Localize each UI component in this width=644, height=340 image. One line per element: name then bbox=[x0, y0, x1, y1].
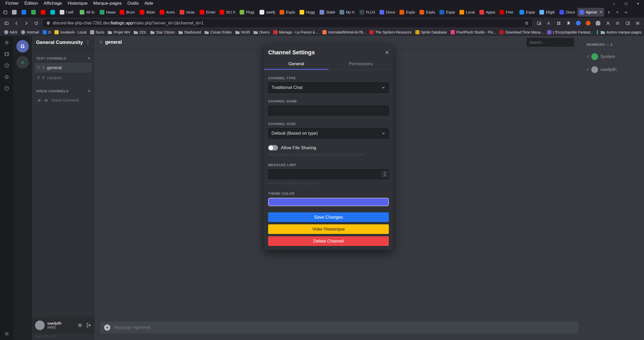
bookmark-item[interactable]: Divers bbox=[252, 29, 271, 35]
sidebar-panel-icon[interactable] bbox=[623, 19, 632, 27]
library-icon[interactable] bbox=[613, 19, 622, 27]
voice-channel-item[interactable]: Voice General bbox=[35, 96, 92, 105]
maximize-icon[interactable]: □ bbox=[620, 0, 632, 7]
palette-icon[interactable] bbox=[4, 86, 9, 91]
bookmark-item[interactable]: Download Time Mana... bbox=[498, 29, 545, 35]
search-input[interactable] bbox=[527, 38, 574, 47]
save-changes-button[interactable]: Save Changes bbox=[268, 212, 389, 222]
browser-tab[interactable]: Eligib bbox=[537, 8, 557, 17]
bookmark-item[interactable]: mistralai/Mixtral-8x7B... bbox=[321, 29, 367, 35]
message-input[interactable] bbox=[114, 325, 574, 330]
bookmark-item[interactable]: Star Citizen bbox=[149, 29, 176, 35]
reload-icon[interactable] bbox=[32, 19, 40, 27]
account-icon[interactable] bbox=[604, 19, 612, 27]
list-tabs-icon[interactable] bbox=[622, 8, 630, 16]
browser-tab[interactable]: Explo bbox=[277, 8, 297, 17]
browser-tab[interactable]: Explo bbox=[397, 8, 417, 17]
bookmark-item[interactable]: Starbound bbox=[177, 29, 203, 35]
menu-item[interactable]: Marque-pages bbox=[90, 0, 125, 7]
tab-scroll-right-icon[interactable] bbox=[605, 8, 613, 16]
browser-tab[interactable]: SCI R bbox=[218, 8, 237, 17]
extension-ghost-icon[interactable] bbox=[594, 19, 602, 27]
delete-channel-button[interactable]: Delete Channel bbox=[268, 236, 389, 246]
address-bar[interactable]: discord-like-php-chat-7262.dev.flatlogic… bbox=[43, 19, 532, 27]
bookmark-item[interactable]: InvokeAI - Local bbox=[53, 29, 88, 35]
bookmark-item[interactable]: html5 bbox=[234, 29, 252, 35]
server-avatar[interactable]: G bbox=[16, 40, 29, 53]
pinned-tab[interactable] bbox=[10, 8, 19, 17]
logout-icon[interactable] bbox=[86, 323, 91, 328]
settings-gear-icon[interactable] bbox=[4, 40, 9, 45]
settings-gear-icon[interactable] bbox=[4, 331, 9, 336]
star-icon[interactable] bbox=[4, 74, 9, 80]
browser-tab[interactable]: Espace ab bbox=[517, 8, 537, 17]
menu-hamburger-icon[interactable] bbox=[633, 19, 642, 27]
browser-tab[interactable]: Emie0 bbox=[198, 8, 217, 17]
channel-item[interactable]: # # general bbox=[35, 63, 92, 73]
number-spinner[interactable] bbox=[382, 171, 388, 177]
bookmark-item[interactable]: La connexion Wifi et E... bbox=[595, 29, 598, 35]
bookmark-item[interactable]: Projet WH bbox=[106, 29, 132, 35]
attach-plus-icon[interactable]: + bbox=[104, 324, 110, 331]
firefox-view-icon[interactable] bbox=[1, 8, 9, 16]
server-menu-icon[interactable]: ⋮ bbox=[85, 39, 90, 45]
bookmark-item[interactable]: PixelPlush Studio - Pix... bbox=[449, 29, 498, 35]
browser-tab[interactable]: swefp bbox=[257, 8, 277, 17]
user-settings-gear-icon[interactable] bbox=[77, 323, 83, 328]
bookmark-item[interactable]: NAS bbox=[3, 29, 19, 35]
browser-tab[interactable]: Appar bbox=[477, 8, 497, 17]
channel-type-select[interactable]: Traditional Chat bbox=[268, 82, 389, 93]
browser-tab[interactable]: Free bbox=[497, 8, 517, 17]
pinned-tab[interactable] bbox=[29, 8, 38, 17]
extension-blue-icon[interactable] bbox=[574, 19, 583, 27]
browser-tab[interactable]: niciar bbox=[178, 8, 197, 17]
browser-tab[interactable]: My H bbox=[337, 8, 357, 17]
tab-close-icon[interactable]: × bbox=[600, 10, 602, 15]
add-channel-icon[interactable]: + bbox=[88, 56, 90, 61]
bookmark-star-icon[interactable] bbox=[525, 21, 529, 25]
picture-in-picture-icon[interactable] bbox=[534, 19, 543, 27]
other-bookmarks[interactable]: Autres marque-pages bbox=[598, 30, 641, 34]
file-sharing-toggle[interactable] bbox=[268, 145, 278, 151]
bookmark-item[interactable]: Hotmail bbox=[19, 29, 40, 35]
bookmark-item[interactable]: DDL bbox=[132, 29, 148, 35]
history-clock-icon[interactable] bbox=[4, 63, 9, 68]
member-item[interactable]: # System bbox=[587, 53, 642, 60]
menu-item[interactable]: Outils bbox=[125, 0, 141, 7]
browser-tab[interactable]: Stable bbox=[317, 8, 337, 17]
tab-general[interactable]: General bbox=[264, 59, 329, 70]
browser-tab[interactable]: Plugi bbox=[238, 8, 257, 17]
menu-item[interactable]: Aide bbox=[141, 0, 156, 7]
bookmark-item[interactable]: L'Encyclopédie Fantast... bbox=[546, 29, 595, 35]
clear-history-button[interactable]: Vider l'historique bbox=[268, 224, 389, 234]
browser-tab-active[interactable]: #gener × bbox=[577, 8, 604, 17]
browser-tab[interactable]: Hugg bbox=[297, 8, 317, 17]
media-icon[interactable] bbox=[4, 51, 9, 57]
menu-item[interactable]: Historique bbox=[65, 0, 91, 7]
browser-tab[interactable]: t will bbox=[58, 8, 77, 17]
extension-orange-icon[interactable] bbox=[584, 19, 593, 27]
channel-name-input[interactable] bbox=[268, 106, 389, 115]
browser-tab[interactable]: Arom bbox=[158, 8, 177, 17]
bookmark-item[interactable]: Mariage - La France à ... bbox=[272, 29, 320, 35]
member-item[interactable]: # swefpifh bbox=[587, 66, 642, 73]
browser-tab[interactable]: Bruni bbox=[118, 8, 137, 17]
menu-item[interactable]: Édition bbox=[22, 0, 41, 7]
back-icon[interactable] bbox=[12, 19, 21, 27]
browser-tab[interactable]: Espace cli bbox=[437, 8, 457, 17]
server-header[interactable]: General Community ⋮ bbox=[32, 36, 94, 49]
shield-icon[interactable] bbox=[46, 21, 50, 25]
forward-icon[interactable] bbox=[22, 19, 31, 27]
browser-tab[interactable]: Explo bbox=[417, 8, 437, 17]
browser-tab[interactable]: Hawa bbox=[98, 8, 117, 17]
tab-permissions[interactable]: Permissions bbox=[329, 59, 393, 70]
close-icon[interactable]: × bbox=[385, 49, 389, 56]
add-voice-channel-icon[interactable]: + bbox=[88, 88, 90, 94]
bookmark-item[interactable]: The Spriters Resource bbox=[368, 29, 413, 35]
menu-item[interactable]: Fichier bbox=[3, 0, 22, 7]
new-tab-icon[interactable]: + bbox=[613, 8, 621, 16]
bookmark-item[interactable]: Conan Exiles bbox=[203, 29, 233, 35]
bookmark-item[interactable]: Suno bbox=[89, 29, 106, 35]
avatar[interactable] bbox=[35, 321, 45, 330]
add-server-button[interactable]: + bbox=[16, 56, 29, 69]
